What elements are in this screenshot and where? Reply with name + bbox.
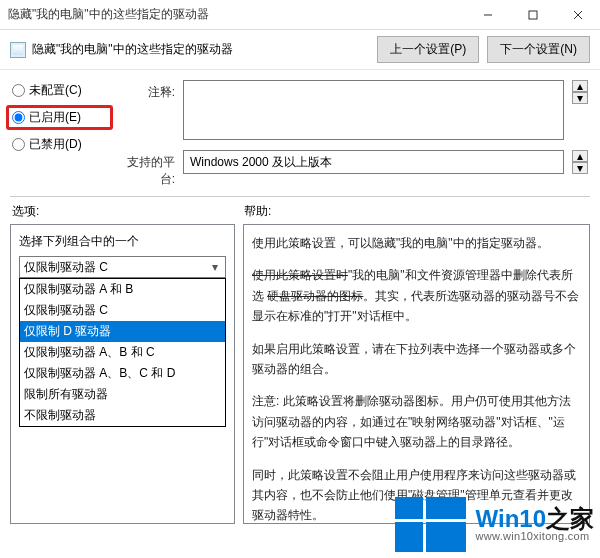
help-p2: 使用此策略设置时"我的电脑"和文件资源管理器中删除代表所选 硬盘驱动器的图标。其… [252, 265, 581, 326]
scroll-down-icon[interactable]: ▾ [572, 92, 588, 104]
toolbar: 隐藏"我的电脑"中的这些指定的驱动器 上一个设置(P) 下一个设置(N) [0, 30, 600, 70]
platform-label: 支持的平台: [113, 150, 175, 188]
platform-scroll: ▴ ▾ [572, 150, 588, 174]
config-area: 未配置(C) 已启用(E) 已禁用(D) 注释: ▴ ▾ 支持的平台: Wind… [0, 70, 600, 196]
previous-setting-button[interactable]: 上一个设置(P) [377, 36, 479, 63]
close-button[interactable] [555, 0, 600, 29]
help-p4: 注意: 此策略设置将删除驱动器图标。用户仍可使用其他方法访问驱动器的内容，如通过… [252, 391, 581, 452]
svg-rect-1 [529, 11, 537, 19]
radio-enabled-input[interactable] [12, 111, 25, 124]
help-p2-strike2: 硬盘驱动器的图标 [267, 289, 363, 303]
next-setting-button[interactable]: 下一个设置(N) [487, 36, 590, 63]
platform-field: Windows 2000 及以上版本 [183, 150, 564, 174]
help-p5: 同时，此策略设置不会阻止用户使用程序来访问这些驱动器或其内容，也不会防止他们使用… [252, 465, 581, 524]
comment-label: 注释: [113, 80, 175, 101]
radio-not-configured-label: 未配置(C) [29, 82, 82, 99]
policy-icon [10, 42, 26, 58]
help-p1: 使用此策略设置，可以隐藏"我的电脑"中的指定驱动器。 [252, 233, 581, 253]
titlebar: 隐藏"我的电脑"中的这些指定的驱动器 [0, 0, 600, 30]
help-heading: 帮助: [244, 203, 271, 220]
comment-input[interactable] [183, 80, 564, 140]
help-panel: 使用此策略设置，可以隐藏"我的电脑"中的指定驱动器。 使用此策略设置时"我的电脑… [243, 224, 590, 524]
list-item[interactable]: 仅限制驱动器 A、B 和 C [20, 342, 225, 363]
enabled-highlight: 已启用(E) [6, 105, 113, 130]
policy-subtitle: 隐藏"我的电脑"中的这些指定的驱动器 [32, 41, 233, 58]
lower-panels: 选择下列组合中的一个 仅限制驱动器 C ▾ 仅限制驱动器 A 和 B 仅限制驱动… [0, 224, 600, 534]
radio-not-configured[interactable]: 未配置(C) [12, 82, 107, 99]
list-item[interactable]: 不限制驱动器 [20, 405, 225, 426]
radio-enabled[interactable]: 已启用(E) [12, 109, 107, 126]
radio-not-configured-input[interactable] [12, 84, 25, 97]
radio-disabled[interactable]: 已禁用(D) [12, 136, 107, 153]
options-heading: 选项: [12, 203, 244, 220]
radio-disabled-label: 已禁用(D) [29, 136, 82, 153]
section-labels: 选项: 帮助: [0, 197, 600, 224]
chevron-down-icon[interactable]: ▾ [207, 259, 223, 275]
help-p2-strike1: 使用此策略设置时 [252, 268, 348, 282]
list-item[interactable]: 限制所有驱动器 [20, 384, 225, 405]
help-p3: 如果启用此策略设置，请在下拉列表中选择一个驱动器或多个驱动器的组合。 [252, 339, 581, 380]
list-item[interactable]: 仅限制驱动器 A 和 B [20, 279, 225, 300]
options-panel: 选择下列组合中的一个 仅限制驱动器 C ▾ 仅限制驱动器 A 和 B 仅限制驱动… [10, 224, 235, 524]
window-title: 隐藏"我的电脑"中的这些指定的驱动器 [8, 6, 465, 23]
window-controls [465, 0, 600, 29]
list-item[interactable]: 仅限制驱动器 C [20, 300, 225, 321]
minimize-button[interactable] [465, 0, 510, 29]
drive-combo-list: 仅限制驱动器 A 和 B 仅限制驱动器 C 仅限制 D 驱动器 仅限制驱动器 A… [19, 278, 226, 427]
platform-value: Windows 2000 及以上版本 [190, 154, 332, 171]
scroll-down-icon[interactable]: ▾ [572, 162, 588, 174]
comment-scroll: ▴ ▾ [572, 80, 588, 104]
drive-combo-selected: 仅限制驱动器 C [24, 259, 108, 276]
radio-disabled-input[interactable] [12, 138, 25, 151]
radio-enabled-label: 已启用(E) [29, 109, 81, 126]
drive-combo[interactable]: 仅限制驱动器 C ▾ 仅限制驱动器 A 和 B 仅限制驱动器 C 仅限制 D 驱… [19, 256, 226, 278]
options-prompt: 选择下列组合中的一个 [19, 233, 226, 250]
list-item[interactable]: 仅限制驱动器 A、B、C 和 D [20, 363, 225, 384]
maximize-button[interactable] [510, 0, 555, 29]
state-radios: 未配置(C) 已启用(E) 已禁用(D) [12, 80, 107, 188]
list-item[interactable]: 仅限制 D 驱动器 [20, 321, 225, 342]
